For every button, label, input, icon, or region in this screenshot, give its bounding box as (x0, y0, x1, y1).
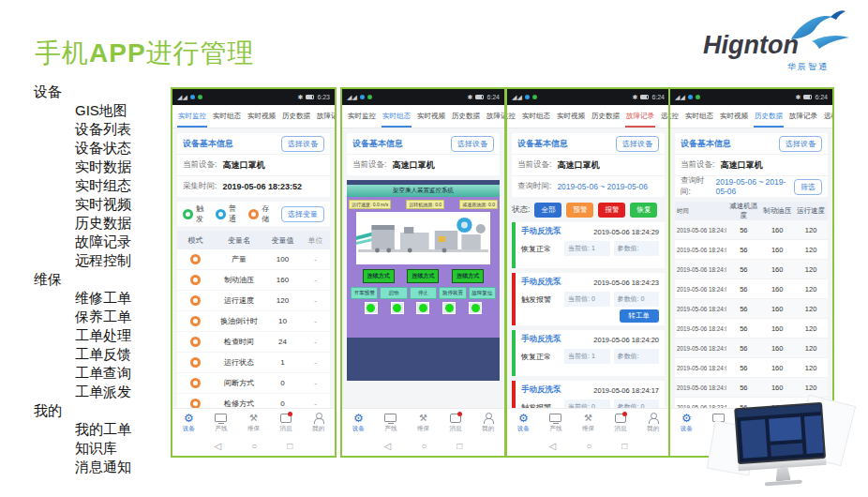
history-table: 时间减速机温度 制动油压运行速度 2019-05-06 18:24:08 56 … (675, 202, 828, 408)
tab[interactable]: 实时组态 (521, 106, 551, 128)
android-nav-button[interactable]: ◁ (549, 441, 557, 451)
alarm-param-value: 参数值: (614, 241, 660, 256)
filter-button[interactable]: 筛选 (794, 179, 822, 195)
nav-item[interactable]: 我的 (471, 413, 504, 433)
notification-dot-icon (367, 95, 372, 99)
brake-pressure: 160 (760, 265, 794, 274)
tab[interactable]: 实时视频 (416, 106, 446, 128)
alarm-card[interactable]: 手动反洗泵 2019-05-06 18:24:23 触发报警 当前值: 0 参数… (512, 273, 665, 325)
control-button[interactable]: 开车预警 (351, 287, 378, 299)
select-variable-button[interactable]: 选择变量 (281, 206, 324, 222)
mode-button[interactable]: 连续方式 (363, 269, 395, 283)
battery-icon (475, 95, 484, 99)
nav-item[interactable]: 产线 (375, 413, 408, 433)
device-name: 高速口罩机 (222, 159, 264, 172)
nav-icon (279, 413, 292, 424)
gearbox-temp: 56 (726, 344, 760, 353)
android-nav-button[interactable]: ○ (251, 441, 257, 451)
android-nav-button[interactable]: ○ (586, 441, 591, 451)
nav-item[interactable]: 消息 (605, 413, 637, 433)
nav-item[interactable]: 维保 (572, 413, 605, 433)
outline-row: 维保 (34, 270, 131, 289)
android-nav-button[interactable]: □ (621, 441, 627, 451)
tab[interactable]: 历史数据 (451, 106, 481, 128)
android-nav: ◁○□ (172, 436, 335, 456)
variable-unit: - (301, 399, 330, 408)
device-name: 高速口罩机 (720, 159, 762, 172)
alarm-timestamp: 2019-05-06 18:24:23 (593, 279, 659, 287)
android-nav-button[interactable]: □ (287, 441, 292, 451)
signal-icon: ◢◢ (347, 94, 357, 101)
nav-item[interactable]: 消息 (440, 413, 472, 433)
outline-row: GIS地图 (75, 101, 131, 120)
nav-item[interactable]: 设备 (342, 413, 375, 433)
nav-item[interactable]: 设备 (172, 413, 205, 433)
indicator-row (347, 300, 500, 314)
tab[interactable]: 实时组态 (684, 106, 714, 128)
tab[interactable]: 实时监控 (177, 106, 207, 128)
nav-item[interactable]: 设备 (507, 413, 540, 433)
nav-item[interactable]: 我的 (302, 413, 335, 433)
to-workorder-button[interactable]: 转工单 (620, 309, 660, 323)
tab[interactable]: 实时视频 (556, 106, 586, 128)
select-device-button[interactable]: 选择设备 (281, 136, 324, 152)
tab[interactable]: 实时视频 (247, 106, 277, 128)
tab[interactable]: 实时组态 (382, 106, 412, 128)
status-filter-button[interactable]: 恢复 (630, 203, 657, 218)
android-nav-button[interactable]: ○ (421, 441, 427, 451)
select-device-button[interactable]: 选择设备 (451, 136, 494, 152)
tab[interactable]: 故障记录 (788, 106, 818, 128)
brake-pressure: 160 (760, 246, 794, 254)
outline-row: 故障记录 (75, 233, 131, 251)
android-nav-button[interactable]: ◁ (384, 441, 392, 451)
tab[interactable]: 历史数据 (754, 106, 784, 128)
tab[interactable]: 实时监控 (670, 106, 680, 128)
android-nav: ◁○□ (507, 436, 669, 456)
status-filter-button[interactable]: 全部 (534, 203, 561, 218)
nav-item[interactable]: 消息 (270, 413, 303, 433)
outline-row: 设备 (34, 83, 131, 101)
brake-pressure: 160 (760, 305, 794, 313)
nav-item[interactable]: 维保 (237, 413, 270, 433)
select-device-button[interactable]: 选择设备 (616, 136, 659, 152)
alarm-card[interactable]: 手动反洗泵 2019-05-06 18:24:20 恢复正常 当前值: 1 参数… (512, 330, 665, 376)
tab[interactable]: 故障记录 (486, 106, 504, 128)
collect-time: 2019-05-06 18:23:52 (222, 182, 302, 191)
tab[interactable]: 历史数据 (591, 106, 621, 128)
status-filter-button[interactable]: 报警 (598, 203, 625, 218)
android-nav-button[interactable]: □ (456, 441, 462, 451)
control-button[interactable]: 急停装置 (439, 287, 466, 299)
control-button[interactable]: 启动 (380, 287, 407, 299)
tab[interactable]: 实时组态 (212, 106, 242, 128)
notification-dot-icon (525, 95, 530, 99)
query-time-range[interactable]: 2019-05-06 ~ 2019-05-06 (557, 182, 648, 191)
query-time-range[interactable]: 2019-05-06 ~ 2019-05-06 (715, 177, 794, 196)
nav-item[interactable]: 我的 (636, 413, 669, 433)
tab[interactable]: 远程控制 (823, 106, 832, 128)
tab[interactable]: 实时监控 (347, 106, 377, 128)
mode-button[interactable]: 连续方式 (407, 269, 439, 283)
nav-item[interactable]: 产线 (205, 413, 238, 433)
nav-icon (215, 413, 228, 424)
tab[interactable]: 历史数据 (281, 106, 311, 128)
table-row: 2019-05-06 18:24:08 56 160 120 (675, 220, 828, 240)
nav-item[interactable]: 维保 (407, 413, 440, 433)
notification-dot-icon (688, 95, 693, 99)
tab[interactable]: 故障记录 (316, 106, 335, 128)
tab[interactable]: 实时监控 (507, 106, 516, 128)
alarm-card[interactable]: 手动反洗泵 2019-05-06 18:24:17 触发报警 当前值: 0 参数… (512, 381, 665, 408)
nav-item[interactable]: 产线 (540, 413, 573, 433)
control-button[interactable]: 停止 (410, 287, 437, 299)
mode-button[interactable]: 连续方式 (452, 269, 484, 283)
status-filter-button[interactable]: 预警 (566, 203, 593, 218)
device-info-card: 设备基本信息 选择设备 当前设备:高速口罩机 (347, 133, 500, 175)
alarm-icon: ✱ (796, 94, 801, 101)
tab[interactable]: 实时视频 (719, 106, 749, 128)
gearbox-temp: 56 (726, 384, 760, 392)
tab[interactable]: 故障记录 (625, 106, 655, 128)
alarm-card[interactable]: 手动反洗泵 2019-05-06 18:24:29 恢复正常 当前值: 1 参数… (512, 222, 665, 268)
nav-item[interactable]: 设备 (670, 413, 703, 433)
select-device-button[interactable]: 选择设备 (779, 136, 822, 152)
android-nav-button[interactable]: ◁ (215, 441, 222, 451)
control-button[interactable]: 故障复位 (469, 287, 496, 299)
